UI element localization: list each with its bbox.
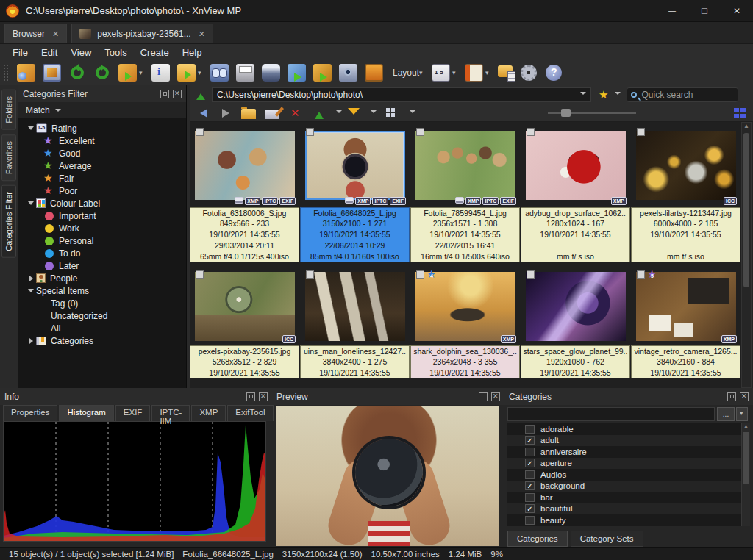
- thumbnail[interactable]: XMPIPTCEXIF: [410, 123, 520, 207]
- tab-close-icon[interactable]: ✕: [52, 29, 59, 39]
- category-row[interactable]: anniversaire: [507, 446, 750, 458]
- category-checkbox[interactable]: ✓: [525, 459, 535, 467]
- chevron-down-icon[interactable]: [371, 110, 376, 116]
- thumbnail-image[interactable]: [415, 272, 515, 341]
- tree-item-all[interactable]: All: [26, 322, 186, 334]
- category-sets-button[interactable]: Category Sets: [571, 531, 643, 547]
- menu-help[interactable]: Help: [176, 46, 209, 60]
- chevron-down-icon[interactable]: [410, 110, 415, 116]
- chevron-down-icon[interactable]: [336, 110, 342, 116]
- category-row[interactable]: ✓beautiful: [507, 503, 750, 515]
- address-path-field[interactable]: C:\Users\pierre\Desktop\photo\photo\: [212, 87, 591, 102]
- filter-icon[interactable]: [346, 107, 361, 120]
- thumbnail-image[interactable]: [636, 272, 736, 341]
- help-icon[interactable]: [546, 65, 562, 81]
- match-dropdown[interactable]: Match: [18, 102, 186, 118]
- tree-item-later[interactable]: Later: [26, 259, 186, 272]
- float-panel-icon[interactable]: [479, 392, 488, 401]
- tab-exif[interactable]: EXIF: [115, 405, 151, 421]
- close-panel-icon[interactable]: [173, 90, 182, 98]
- tree-item-people[interactable]: People: [26, 272, 186, 284]
- send-image-icon[interactable]: [288, 64, 306, 82]
- quick-search-box[interactable]: [627, 87, 738, 102]
- tab-histogram[interactable]: Histogram: [59, 405, 113, 421]
- forward-icon[interactable]: [218, 107, 232, 120]
- category-filter-input[interactable]: [507, 407, 715, 421]
- tree-item-personal[interactable]: Personal: [26, 234, 186, 247]
- tab-browser[interactable]: Browser ✕: [4, 24, 67, 43]
- category-row[interactable]: ✓adult: [507, 435, 750, 447]
- new-folder-icon[interactable]: [241, 109, 256, 119]
- thumbnail[interactable]: ★4 XMP: [410, 268, 520, 345]
- tab-xmp[interactable]: XMP: [191, 405, 226, 421]
- thumbnail-image[interactable]: [415, 131, 515, 200]
- category-checkbox[interactable]: [525, 493, 535, 502]
- delete-icon[interactable]: [288, 107, 303, 120]
- layout-dropdown[interactable]: Layout: [393, 68, 419, 78]
- category-checkbox[interactable]: ✓: [525, 436, 535, 445]
- tree-item-colour-label[interactable]: Colour Label: [26, 197, 186, 209]
- settings-gear-icon[interactable]: [521, 65, 537, 81]
- thumbnail-image[interactable]: [305, 272, 405, 341]
- category-more-button[interactable]: ...: [717, 407, 735, 421]
- thumbnail-image[interactable]: [526, 131, 626, 200]
- minimize-button[interactable]: [656, 0, 688, 22]
- category-dropdown-button[interactable]: [736, 407, 748, 421]
- tree-item-uncategorized[interactable]: Uncategorized: [26, 309, 186, 322]
- menu-tools[interactable]: Tools: [98, 46, 133, 60]
- thumbnail-size-dropdown-icon[interactable]: [452, 69, 460, 76]
- chevron-down-icon[interactable]: [580, 92, 586, 98]
- tree-item-work[interactable]: Work: [26, 222, 186, 234]
- tab-image[interactable]: pexels-pixabay-23561... ✕: [71, 24, 213, 43]
- favorites-star-icon[interactable]: ★: [599, 88, 608, 101]
- thumbnail-size-icon[interactable]: [432, 64, 450, 82]
- convert-dropdown-icon[interactable]: [139, 69, 146, 76]
- favorites-dropdown-icon[interactable]: [615, 92, 621, 98]
- info-icon[interactable]: [151, 64, 170, 82]
- maximize-button[interactable]: [688, 0, 721, 22]
- scrollbar-thumb[interactable]: [743, 133, 749, 287]
- thumbnail-image[interactable]: [195, 131, 295, 200]
- sidebar-tab-categories-filter[interactable]: Categories Filter: [1, 185, 16, 258]
- tree-item-to-do[interactable]: To do: [26, 247, 186, 259]
- screen-capture-icon[interactable]: [339, 64, 357, 82]
- thumbnail-checkbox[interactable]: [196, 128, 204, 136]
- category-row[interactable]: ✓background: [507, 481, 750, 492]
- thumbnail-checkbox[interactable]: [306, 128, 314, 136]
- tree-item-average[interactable]: ★Average: [26, 159, 186, 172]
- category-row[interactable]: bar: [507, 492, 750, 503]
- category-checkbox[interactable]: ✓: [525, 481, 535, 490]
- fullscreen-icon[interactable]: [43, 64, 61, 82]
- category-row[interactable]: Audios: [507, 469, 750, 481]
- tree-item-important[interactable]: Important: [26, 209, 186, 222]
- slider-handle[interactable]: [561, 109, 571, 117]
- category-checkbox[interactable]: [525, 448, 535, 456]
- category-checkbox[interactable]: [525, 425, 535, 434]
- thumbnail-checkbox[interactable]: [527, 128, 535, 136]
- tree-item-rating[interactable]: Rating: [26, 122, 186, 134]
- tab-exiftool[interactable]: ExifTool: [227, 405, 273, 421]
- category-checkbox[interactable]: [525, 470, 535, 479]
- view-mode-icon[interactable]: [385, 107, 400, 120]
- close-panel-icon[interactable]: [740, 392, 749, 401]
- thumbnail-image[interactable]: [636, 131, 736, 200]
- thumbnail[interactable]: ICC: [631, 123, 740, 207]
- category-checkbox[interactable]: [525, 516, 535, 525]
- thumbnail[interactable]: XMPIPTCEXIF: [300, 123, 410, 207]
- thumbnail[interactable]: ICC: [190, 268, 299, 345]
- sidebar-tab-favorites[interactable]: Favorites: [1, 134, 16, 181]
- go-up-icon[interactable]: [193, 87, 209, 102]
- menu-file[interactable]: File: [6, 46, 35, 60]
- close-panel-icon[interactable]: [491, 392, 500, 401]
- edit-icon[interactable]: [265, 110, 279, 119]
- layout-dropdown-icon[interactable]: [419, 69, 427, 76]
- album-icon[interactable]: [465, 64, 483, 82]
- tab-iptc-iim[interactable]: IPTC-IIM: [151, 405, 190, 421]
- parent-folder-icon[interactable]: [312, 107, 326, 120]
- thumbnail-checkbox[interactable]: [196, 270, 204, 279]
- thumbnail[interactable]: XMP: [521, 123, 630, 207]
- tree-item-tag[interactable]: Tag (0): [26, 297, 186, 309]
- category-row[interactable]: ✓aperture: [507, 458, 750, 470]
- thumbnail-image[interactable]: [526, 272, 626, 341]
- scrollbar-thumb[interactable]: [743, 432, 749, 484]
